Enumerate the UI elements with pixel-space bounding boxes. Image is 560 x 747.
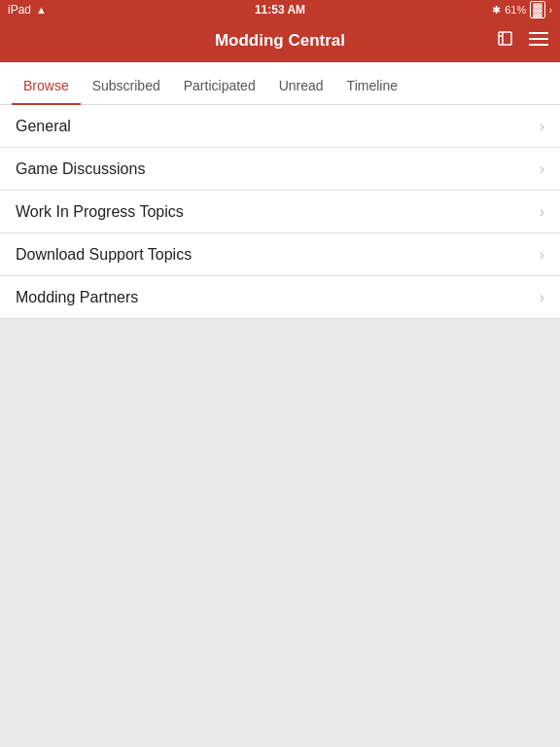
status-bar: iPad ▲ 11:53 AM ✱ 61% ▓ ›: [0, 0, 560, 19]
chevron-icon: ›: [540, 203, 544, 221]
chevron-icon: ›: [540, 118, 544, 135]
empty-area: [0, 319, 560, 747]
device-label: iPad: [8, 3, 31, 17]
compose-icon[interactable]: [496, 29, 515, 53]
chevron-icon: ›: [540, 289, 544, 306]
tab-browse[interactable]: Browse: [12, 68, 81, 105]
list-item-download-support[interactable]: Download Support Topics ›: [0, 233, 560, 276]
svg-rect-0: [499, 32, 511, 45]
nav-actions: [496, 29, 548, 53]
tab-participated[interactable]: Participated: [172, 68, 267, 105]
status-right: ✱ 61% ▓ ›: [492, 1, 552, 18]
nav-bar: Modding Central: [0, 19, 560, 62]
category-list: General › Game Discussions › Work In Pro…: [0, 105, 560, 319]
menu-icon[interactable]: [529, 31, 548, 52]
list-item-label: General: [16, 118, 71, 135]
list-item-label: Work In Progress Topics: [16, 203, 184, 221]
list-item-general[interactable]: General ›: [0, 105, 560, 148]
list-item-work-in-progress[interactable]: Work In Progress Topics ›: [0, 191, 560, 233]
tab-unread[interactable]: Unread: [267, 68, 335, 105]
wifi-icon: ▲: [36, 4, 47, 16]
list-item-game-discussions[interactable]: Game Discussions ›: [0, 148, 560, 191]
tab-timeline[interactable]: Timeline: [335, 68, 409, 105]
charging-icon: ›: [549, 5, 552, 16]
tab-bar: Browse Subscribed Participated Unread Ti…: [0, 62, 560, 105]
list-item-modding-partners[interactable]: Modding Partners ›: [0, 276, 560, 319]
chevron-icon: ›: [540, 160, 544, 178]
battery-icon: ▓: [530, 1, 544, 18]
list-item-label: Modding Partners: [16, 289, 138, 306]
battery-percent: 61%: [505, 4, 526, 16]
tab-subscribed[interactable]: Subscribed: [81, 68, 172, 105]
bluetooth-icon: ✱: [492, 4, 501, 17]
status-left: iPad ▲: [8, 3, 47, 17]
nav-title: Modding Central: [215, 31, 345, 51]
list-item-label: Download Support Topics: [16, 246, 192, 264]
list-item-label: Game Discussions: [16, 160, 145, 178]
status-time: 11:53 AM: [255, 3, 305, 17]
chevron-icon: ›: [540, 246, 544, 264]
